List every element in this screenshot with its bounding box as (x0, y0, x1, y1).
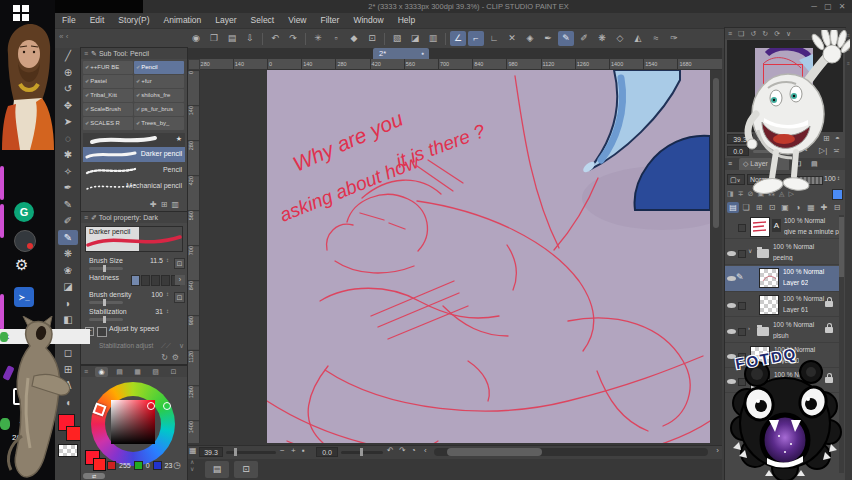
layer-row[interactable]: ✎100 % NormalLayer 62 (725, 266, 839, 292)
mini-background-swatch[interactable] (93, 458, 106, 471)
property-value[interactable]: 11.5 (137, 257, 163, 264)
spinner-icon[interactable]: ↕ (166, 257, 169, 263)
eraser-tool[interactable]: ◪ (58, 279, 78, 294)
brush-button[interactable]: ✐Pastel (83, 75, 133, 88)
taskbar-app-powershell[interactable]: ≻_ (14, 287, 34, 307)
scrollbar-thumb[interactable] (713, 78, 719, 228)
layer-checkbox[interactable] (738, 302, 746, 310)
eye-icon[interactable] (727, 274, 736, 283)
marker-tool[interactable]: ✎ (58, 230, 78, 245)
maximize-button[interactable]: ▢ (821, 0, 835, 13)
close-button[interactable]: ✕ (835, 0, 849, 13)
stroke-preset-row[interactable]: Darker pencil (83, 147, 185, 162)
rotate-canvas-tool[interactable]: ↺ (58, 81, 78, 96)
canvas-rotation-slider[interactable] (341, 451, 383, 454)
zoom-in-icon[interactable]: + (291, 446, 296, 455)
menu-help[interactable]: Help (391, 13, 422, 28)
transfer-to-lower[interactable]: ▣ (779, 202, 791, 213)
layer-checkbox[interactable] (738, 328, 746, 336)
swap-colors-button[interactable]: ⇄ (83, 473, 105, 479)
taskbar-app-camera[interactable] (14, 230, 36, 252)
new-vector-layer[interactable]: ⊞ (753, 202, 765, 213)
hue-marker-secondary[interactable] (163, 402, 171, 410)
menu-window[interactable]: Window (346, 13, 390, 28)
fill-icon[interactable]: ◆ (346, 31, 362, 46)
merge-down[interactable]: ◑ (792, 202, 804, 213)
menu-select[interactable]: Select (244, 13, 282, 28)
panel-menu-icon[interactable]: ≡ (728, 160, 732, 167)
brush-button[interactable]: ✐Trees_by_ (134, 117, 184, 130)
layer-thumbnail[interactable] (759, 268, 779, 288)
eye-icon[interactable] (727, 249, 736, 258)
canvas[interactable]: Why are you asking about how it is there… (267, 70, 710, 443)
timeline-toggle-button[interactable]: ▤ (205, 461, 229, 478)
new-raster-layer[interactable]: ❏ (740, 202, 752, 213)
brush-button[interactable]: ✐ScaleBrush (83, 103, 133, 116)
snap-to-grid-icon[interactable]: ∟ (486, 31, 502, 46)
canvas-rotation-value[interactable]: 0.0 (316, 447, 338, 457)
sv-marker[interactable] (147, 402, 155, 410)
hardness-segments[interactable] (131, 275, 181, 286)
taskbar-app-groupme[interactable]: G (14, 202, 34, 222)
new-canvas-icon[interactable]: ❐ (206, 31, 222, 46)
panel-menu-icon[interactable]: ≡ (728, 30, 732, 37)
new-folder[interactable]: ⊡ (766, 202, 778, 213)
pen-tool[interactable]: ╱ (58, 48, 78, 63)
auto-select-tool[interactable]: ✱ (58, 147, 78, 162)
onion-skin-button[interactable]: ⊡ (234, 461, 258, 478)
move-tool[interactable]: ✥ (58, 98, 78, 113)
clip-to-layer-below[interactable]: ◨ (727, 190, 734, 198)
scroll-left-icon[interactable]: ‹ (424, 446, 427, 455)
rotation-reset-icon[interactable]: ◔ (411, 446, 416, 455)
dock-collapse-arrows[interactable]: « ‹ (59, 32, 68, 41)
folder-expand-icon[interactable]: ∨ (748, 247, 752, 254)
zoom-tool[interactable]: ⊕ (58, 65, 78, 80)
color-history-tab[interactable]: ⊡ (167, 367, 180, 377)
cancel-selection-icon[interactable]: ✕ (504, 31, 520, 46)
export-icon[interactable]: ⇩ (242, 31, 258, 46)
eye-icon[interactable] (727, 301, 736, 310)
brush-button[interactable]: ✐Tribal_Kitt (83, 89, 133, 102)
eye-icon[interactable] (727, 327, 736, 336)
brush-button[interactable]: ✐++FUR BE (83, 61, 133, 74)
eraser-hard-icon[interactable]: ◭ (630, 31, 646, 46)
panel-menu-icon[interactable]: ≡ (84, 50, 88, 57)
layer-row[interactable]: 100 % NormalLayer 61 (725, 293, 839, 317)
eyedropper-icon[interactable]: ✑ (666, 31, 682, 46)
minimize-button[interactable]: ─ (807, 0, 821, 13)
property-value[interactable]: 100 (137, 291, 163, 298)
color-mixing-tab[interactable]: ▨ (149, 367, 162, 377)
color-slider-tab[interactable]: ▤ (113, 367, 126, 377)
start-button[interactable] (13, 5, 29, 21)
deselect-icon[interactable]: ▫ (328, 31, 344, 46)
pane-arrows[interactable]: ∧∨ (190, 459, 194, 473)
menu-file[interactable]: File (55, 13, 83, 28)
layer-checkbox[interactable] (738, 250, 746, 258)
tool-settings[interactable]: ⚙ (172, 353, 183, 362)
apply-mask[interactable]: ✚ (818, 202, 830, 213)
decoration-icon[interactable]: ❋ (594, 31, 610, 46)
select-invert-icon[interactable]: ◪ (407, 31, 423, 46)
register-sub-tool[interactable]: ✚ (150, 200, 161, 209)
create-mask[interactable]: ▦ (805, 202, 817, 213)
brush-button[interactable]: ✐shilohs_fre (134, 89, 184, 102)
select-rectangle-icon[interactable]: ▧ (389, 31, 405, 46)
favorite-stroke-row[interactable]: ★ (83, 133, 185, 148)
brush-button[interactable]: ✐+fur (134, 75, 184, 88)
delete-sub-tool[interactable]: ▥ (171, 200, 183, 209)
layer-thumbnail[interactable] (750, 217, 770, 237)
dock-toggle[interactable]: ▤ (727, 202, 739, 213)
layer-checkbox[interactable] (738, 224, 746, 232)
delete-layer[interactable]: ⊟ (831, 202, 843, 213)
airbrush-icon[interactable]: ✐ (576, 31, 592, 46)
preset-button[interactable]: ⊡ (174, 292, 185, 303)
reset-tool[interactable]: ↻ (161, 353, 172, 362)
chevron-down-icon[interactable]: ∨ (179, 342, 184, 350)
brush-button[interactable]: ✐SCALES R (83, 117, 133, 130)
pencil-tool[interactable]: ✎ (58, 197, 78, 212)
pen2-tool[interactable]: ✒ (58, 180, 78, 195)
snap-to-ruler-icon[interactable]: ∠ (450, 31, 466, 46)
blend-tool[interactable]: ◗ (58, 296, 78, 311)
spinner-icon[interactable]: ↕ (166, 308, 169, 314)
rotate-right-icon[interactable]: ↷ (399, 446, 406, 455)
